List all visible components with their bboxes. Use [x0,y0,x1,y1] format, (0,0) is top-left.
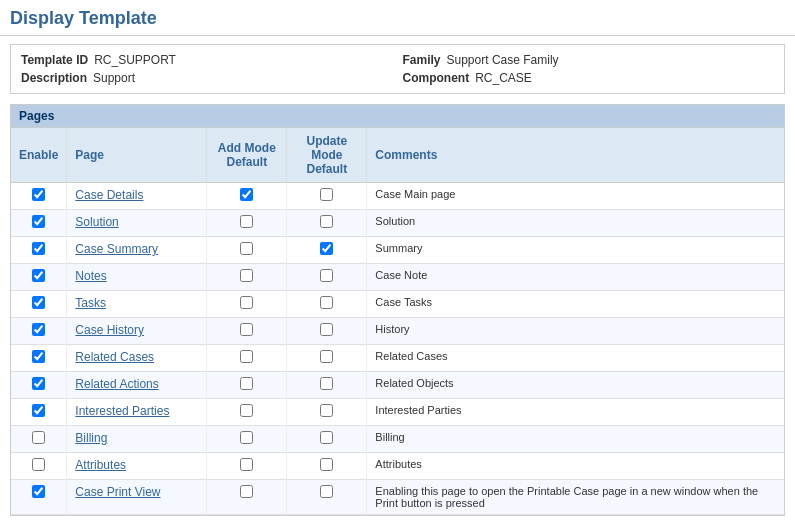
update-mode-checkbox-case-summary[interactable] [320,242,333,255]
add-mode-checkbox-related-actions[interactable] [240,377,253,390]
enable-checkbox-case-details[interactable] [32,188,45,201]
page-link-notes[interactable]: Notes [75,269,106,283]
enable-checkbox-notes[interactable] [32,269,45,282]
comments-cell-attributes: Attributes [367,453,784,480]
add-mode-checkbox-tasks[interactable] [240,296,253,309]
enable-checkbox-tasks[interactable] [32,296,45,309]
enable-cell-notes [11,264,67,291]
enable-checkbox-solution[interactable] [32,215,45,228]
enable-cell-solution [11,210,67,237]
col-header-comments: Comments [367,128,784,183]
add-mode-checkbox-solution[interactable] [240,215,253,228]
template-id-label: Template ID [21,53,88,67]
enable-cell-tasks [11,291,67,318]
update-mode-checkbox-solution[interactable] [320,215,333,228]
update-mode-cell-solution [287,210,367,237]
page-cell-interested-parties: Interested Parties [67,399,207,426]
add-mode-cell-case-history [207,318,287,345]
update-mode-cell-related-actions [287,372,367,399]
enable-checkbox-billing[interactable] [32,431,45,444]
update-mode-checkbox-case-details[interactable] [320,188,333,201]
enable-checkbox-interested-parties[interactable] [32,404,45,417]
update-mode-checkbox-case-print-view[interactable] [320,485,333,498]
page-link-interested-parties[interactable]: Interested Parties [75,404,169,418]
page-link-attributes[interactable]: Attributes [75,458,126,472]
enable-checkbox-case-print-view[interactable] [32,485,45,498]
enable-cell-billing [11,426,67,453]
add-mode-checkbox-related-cases[interactable] [240,350,253,363]
page-cell-related-cases: Related Cases [67,345,207,372]
comments-cell-solution: Solution [367,210,784,237]
enable-checkbox-related-actions[interactable] [32,377,45,390]
update-mode-checkbox-notes[interactable] [320,269,333,282]
table-row: Case Print ViewEnabling this page to ope… [11,480,784,515]
add-mode-cell-billing [207,426,287,453]
table-row: NotesCase Note [11,264,784,291]
pages-section: Pages Enable Page Add Mode Default Updat… [10,104,785,516]
enable-checkbox-attributes[interactable] [32,458,45,471]
update-mode-cell-attributes [287,453,367,480]
add-mode-checkbox-attributes[interactable] [240,458,253,471]
enable-checkbox-case-history[interactable] [32,323,45,336]
comments-cell-billing: Billing [367,426,784,453]
page-link-case-history[interactable]: Case History [75,323,144,337]
page-cell-case-details: Case Details [67,183,207,210]
update-mode-checkbox-related-cases[interactable] [320,350,333,363]
update-mode-cell-tasks [287,291,367,318]
page-link-tasks[interactable]: Tasks [75,296,106,310]
add-mode-cell-case-print-view [207,480,287,515]
add-mode-cell-related-cases [207,345,287,372]
update-mode-checkbox-billing[interactable] [320,431,333,444]
update-mode-checkbox-tasks[interactable] [320,296,333,309]
page-link-case-summary[interactable]: Case Summary [75,242,158,256]
table-row: Interested PartiesInterested Parties [11,399,784,426]
comments-cell-case-details: Case Main page [367,183,784,210]
page-cell-solution: Solution [67,210,207,237]
add-mode-cell-case-details [207,183,287,210]
col-header-enable: Enable [11,128,67,183]
add-mode-checkbox-interested-parties[interactable] [240,404,253,417]
description-value: Support [93,71,135,85]
enable-cell-related-cases [11,345,67,372]
add-mode-cell-interested-parties [207,399,287,426]
comments-cell-interested-parties: Interested Parties [367,399,784,426]
add-mode-checkbox-case-print-view[interactable] [240,485,253,498]
page-link-case-print-view[interactable]: Case Print View [75,485,160,499]
page-link-related-cases[interactable]: Related Cases [75,350,154,364]
add-mode-checkbox-case-history[interactable] [240,323,253,336]
page-link-billing[interactable]: Billing [75,431,107,445]
table-row: BillingBilling [11,426,784,453]
update-mode-cell-related-cases [287,345,367,372]
table-row: AttributesAttributes [11,453,784,480]
page-cell-billing: Billing [67,426,207,453]
enable-checkbox-case-summary[interactable] [32,242,45,255]
update-mode-cell-billing [287,426,367,453]
add-mode-checkbox-case-summary[interactable] [240,242,253,255]
page-link-related-actions[interactable]: Related Actions [75,377,158,391]
update-mode-checkbox-interested-parties[interactable] [320,404,333,417]
pages-header: Pages [11,105,784,128]
table-row: Related ActionsRelated Objects [11,372,784,399]
col-header-add-mode: Add Mode Default [207,128,287,183]
page-cell-tasks: Tasks [67,291,207,318]
page-cell-case-history: Case History [67,318,207,345]
update-mode-checkbox-case-history[interactable] [320,323,333,336]
description-label: Description [21,71,87,85]
add-mode-checkbox-case-details[interactable] [240,188,253,201]
page-link-solution[interactable]: Solution [75,215,118,229]
info-section: Template ID RC_SUPPORT Family Support Ca… [10,44,785,94]
add-mode-cell-attributes [207,453,287,480]
family-value: Support Case Family [447,53,559,67]
enable-cell-case-summary [11,237,67,264]
page-link-case-details[interactable]: Case Details [75,188,143,202]
enable-checkbox-related-cases[interactable] [32,350,45,363]
comments-cell-notes: Case Note [367,264,784,291]
add-mode-checkbox-notes[interactable] [240,269,253,282]
update-mode-checkbox-attributes[interactable] [320,458,333,471]
template-id-value: RC_SUPPORT [94,53,176,67]
update-mode-cell-case-summary [287,237,367,264]
add-mode-checkbox-billing[interactable] [240,431,253,444]
component-value: RC_CASE [475,71,532,85]
add-mode-cell-related-actions [207,372,287,399]
update-mode-checkbox-related-actions[interactable] [320,377,333,390]
